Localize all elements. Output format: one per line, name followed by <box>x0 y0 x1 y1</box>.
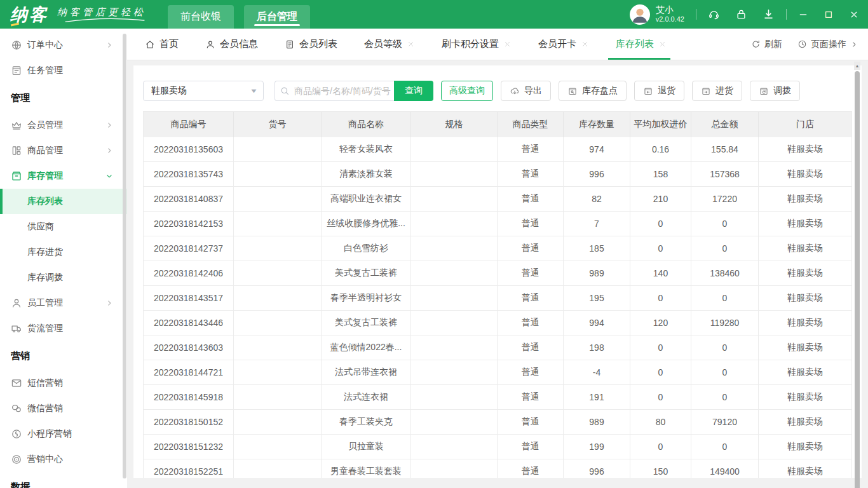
close-small-icon[interactable] <box>407 40 415 48</box>
table-cell: 20220318145918 <box>144 385 234 409</box>
close-small-icon[interactable] <box>658 40 667 48</box>
tabbar-action-0[interactable]: 刷新 <box>751 39 782 50</box>
toolbar-button-4[interactable]: 调拨 <box>750 81 800 101</box>
scrollbar-thumb[interactable] <box>855 71 860 488</box>
table-row-12[interactable]: 20220318151232贝拉童装普通19900鞋服卖场 <box>144 435 851 459</box>
topnav-button-label: 后台管理 <box>257 10 297 24</box>
download-icon[interactable] <box>763 8 775 20</box>
table-row-9[interactable]: 20220318144721法式吊带连衣裙普通-400鞋服卖场 <box>144 360 851 385</box>
maximize-icon[interactable] <box>824 10 834 20</box>
table-row-1[interactable]: 20220318135743清素淡雅女装普通996158157368鞋服卖场 <box>144 162 851 187</box>
tab-3[interactable]: 会员等级 <box>364 29 415 60</box>
close-icon[interactable] <box>849 10 859 20</box>
goods-icon <box>11 145 22 156</box>
table-row-3[interactable]: 20220318142153丝绒收腰修身优雅...普通700鞋服卖场 <box>144 212 851 236</box>
tab-2[interactable]: 会员列表 <box>285 29 337 60</box>
topbar-right: 艾小 v2.0.0.42 <box>630 4 859 25</box>
sidebar-subitem-label: 库存进货 <box>27 247 63 258</box>
toolbar-button-1[interactable]: 库存盘点 <box>559 81 627 101</box>
sidebar-item-15[interactable]: 小程序营销 <box>0 421 127 447</box>
sidebar-subitem-7[interactable]: 供应商 <box>0 214 127 240</box>
table-cell <box>411 385 498 409</box>
sidebar-item-1[interactable]: 任务管理 <box>0 58 127 83</box>
sidebar-item-16[interactable]: 营销中心 <box>0 447 127 472</box>
close-small-icon[interactable] <box>581 40 589 48</box>
table-cell: 轻奢女装风衣 <box>322 137 411 161</box>
sidebar-subitem-8[interactable]: 库存进货 <box>0 240 127 265</box>
table-cell <box>234 311 322 335</box>
table-cell: 996 <box>564 459 630 478</box>
sidebar-item-14[interactable]: 微信营销 <box>0 396 127 421</box>
toolbar-button-0[interactable]: 导出 <box>501 81 551 101</box>
sidebar-scrollbar-thumb[interactable] <box>123 34 126 478</box>
sidebar-item-0[interactable]: 订单中心 <box>0 32 127 58</box>
column-header-7: 总金额 <box>691 112 759 137</box>
table-cell: 男童春装工装套装 <box>322 459 411 478</box>
table-row-8[interactable]: 20220318143603蓝色倾情2022春...普通19800鞋服卖场 <box>144 336 851 360</box>
sidebar-item-label: 员工管理 <box>27 297 63 309</box>
lock-icon[interactable] <box>735 8 747 20</box>
tab-5[interactable]: 会员开卡 <box>538 29 589 60</box>
table-cell: 82 <box>564 187 630 211</box>
tab-4[interactable]: 刷卡积分设置 <box>442 29 512 60</box>
tab-0[interactable]: 首页 <box>145 29 179 60</box>
sidebar-item-label: 微信营销 <box>27 403 63 414</box>
table-cell: 0 <box>691 236 759 261</box>
table-cell <box>411 360 498 384</box>
table-row-10[interactable]: 20220318145918法式连衣裙普通19100鞋服卖场 <box>144 385 851 410</box>
sidebar-item-label: 短信营销 <box>27 377 63 389</box>
table-cell: 20220318140837 <box>144 187 234 211</box>
table-row-6[interactable]: 20220318143517春季半透明衬衫女普通19500鞋服卖场 <box>144 286 851 311</box>
table-cell: 春季工装夹克 <box>322 410 411 434</box>
sidebar-subitem-6[interactable]: 库存列表 <box>0 189 127 214</box>
sidebar-item-3[interactable]: 会员管理 <box>0 112 127 138</box>
table-cell: 20220318142153 <box>144 212 234 236</box>
sidebar-item-11[interactable]: 货流管理 <box>0 316 127 341</box>
advanced-query-button[interactable]: 高级查询 <box>441 81 493 101</box>
store-select[interactable]: 鞋服卖场 ▼ <box>143 81 264 101</box>
topnav-button-backoffice[interactable]: 后台管理 <box>244 5 310 29</box>
sidebar-item-label: 营销中心 <box>27 454 63 465</box>
query-button[interactable]: 查询 <box>394 81 433 101</box>
table-cell: 20220318143446 <box>144 311 234 335</box>
table-row-4[interactable]: 20220318142737白色雪纺衫普通18500鞋服卖场 <box>144 236 851 261</box>
sidebar-item-10[interactable]: 员工管理 <box>0 290 127 316</box>
tabbar-action-1[interactable]: 页面操作 <box>797 39 858 50</box>
globe-icon <box>11 39 22 51</box>
search-input[interactable] <box>275 81 394 101</box>
box-return-icon <box>643 86 653 96</box>
user-menu[interactable]: 艾小 v2.0.0.42 <box>630 4 684 25</box>
table-row-11[interactable]: 20220318150152春季工装夹克普通9898079120鞋服卖场 <box>144 410 851 435</box>
toolbar-button-label: 库存盘点 <box>582 85 618 97</box>
sidebar-item-label: 任务管理 <box>27 65 63 76</box>
topnav-button-cashier[interactable]: 前台收银 <box>168 5 234 29</box>
table-row-2[interactable]: 20220318140837高端职业连衣裙女普通8221017220鞋服卖场 <box>144 187 851 212</box>
table-cell: 普通 <box>498 336 564 360</box>
table-cell: 80 <box>630 410 691 434</box>
table-row-7[interactable]: 20220318143446美式复古工装裤普通994120119280鞋服卖场 <box>144 311 851 336</box>
mini-icon <box>11 428 22 440</box>
close-small-icon[interactable] <box>503 40 512 48</box>
table-row-0[interactable]: 20220318135603轻奢女装风衣普通9740.16155.84鞋服卖场 <box>144 137 851 162</box>
sidebar-item-5[interactable]: 库存管理 <box>0 163 127 189</box>
sidebar-item-4[interactable]: 商品管理 <box>0 138 127 163</box>
support-icon[interactable] <box>708 8 720 20</box>
table-cell: 155.84 <box>691 137 759 161</box>
table-cell: 鞋服卖场 <box>759 385 851 409</box>
table-row-13[interactable]: 20220318152251男童春装工装套装普通996150149400鞋服卖场 <box>144 459 851 478</box>
sidebar-item-13[interactable]: 短信营销 <box>0 370 127 396</box>
table-cell: 鞋服卖场 <box>759 459 851 478</box>
tab-6[interactable]: 库存列表 <box>616 29 667 60</box>
scroll-up-button[interactable]: ▲ <box>854 62 860 70</box>
table-cell <box>411 236 498 261</box>
tab-label: 库存列表 <box>616 38 654 50</box>
tab-1[interactable]: 会员信息 <box>205 29 258 60</box>
table-row-5[interactable]: 20220318142406美式复古工装裤普通989140138460鞋服卖场 <box>144 261 851 286</box>
toolbar-button-3[interactable]: 进货 <box>692 81 742 101</box>
toolbar-button-2[interactable]: 退货 <box>634 81 684 101</box>
minimize-icon[interactable] <box>798 10 808 20</box>
content-scrollbar: ▲ ▼ <box>854 62 860 488</box>
table-cell: 0.16 <box>630 137 691 161</box>
sidebar-subitem-9[interactable]: 库存调拨 <box>0 265 127 290</box>
store-select-value: 鞋服卖场 <box>151 85 187 97</box>
